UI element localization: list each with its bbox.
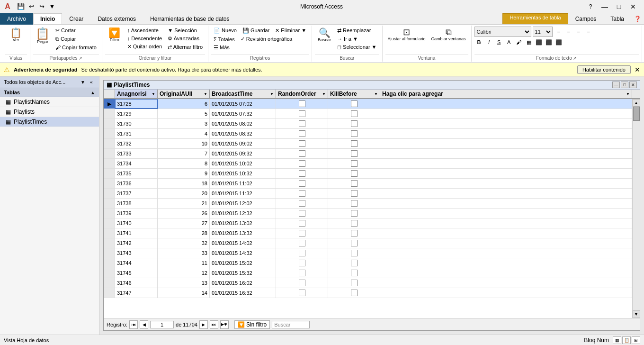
broadcasttime-cell[interactable]: 01/01/2015 15:02 [210, 258, 276, 268]
anagnorisi-cell[interactable]: 31742 [115, 238, 158, 248]
originalauii-cell[interactable]: 11 [158, 258, 210, 268]
killbefore-cell[interactable] [328, 199, 380, 208]
killbefore-checkbox[interactable] [351, 120, 358, 127]
table-row[interactable]: 31730301/01/2015 08:02 [104, 119, 632, 129]
header-add-dropdown-icon[interactable]: ▼ [626, 92, 630, 96]
cortar-btn[interactable]: ✂ Cortar [53, 27, 99, 35]
nav-filter-btn[interactable]: 🔽 Sin filtro [234, 320, 270, 329]
broadcasttime-cell[interactable]: 01/01/2015 12:32 [210, 209, 276, 218]
grid-body[interactable]: ▶31728601/01/2015 07:0231729501/01/2015 … [104, 99, 632, 318]
originalauii-cell[interactable]: 18 [158, 179, 210, 188]
killbefore-checkbox[interactable] [351, 170, 358, 177]
randomorder-cell[interactable] [276, 149, 328, 158]
randomorder-checkbox[interactable] [299, 280, 305, 286]
nav-item-playlists[interactable]: ▦ Playlists [0, 107, 99, 117]
broadcasttime-cell[interactable]: 01/01/2015 11:32 [210, 189, 276, 198]
table-row[interactable]: 317382101/01/2015 12:02 [104, 199, 632, 209]
broadcasttime-cell[interactable]: 01/01/2015 12:02 [210, 199, 276, 208]
header-killbefore[interactable]: KillBefore ▼ [328, 90, 380, 98]
ascendente-btn[interactable]: ↑ Ascendente [125, 27, 164, 34]
killbefore-checkbox[interactable] [351, 250, 358, 256]
datasheet-view-btn[interactable]: ▦ [613, 336, 621, 344]
originalauii-cell[interactable]: 26 [158, 209, 210, 218]
broadcasttime-cell[interactable]: 01/01/2015 08:32 [210, 129, 276, 138]
killbefore-checkbox[interactable] [351, 290, 358, 296]
killbefore-checkbox[interactable] [351, 220, 358, 227]
randomorder-cell[interactable] [276, 169, 328, 178]
anagnorisi-cell[interactable]: 31738 [115, 199, 158, 208]
tab-tabla[interactable]: Tabla [603, 13, 631, 24]
anagnorisi-cell[interactable]: 31728 [115, 99, 158, 109]
randomorder-cell[interactable] [276, 258, 328, 268]
anagnorisi-cell[interactable]: 31735 [115, 169, 158, 178]
randomorder-cell[interactable] [276, 209, 328, 218]
broadcasttime-cell[interactable]: 01/01/2015 07:32 [210, 109, 276, 118]
form-view-btn[interactable]: 📋 [622, 336, 631, 344]
alternar-filtro-btn[interactable]: ⇄ Alternar filtro [165, 43, 205, 51]
undo-quick-btn[interactable]: ↩ [27, 2, 36, 11]
killbefore-cell[interactable] [328, 119, 380, 128]
anagnorisi-cell[interactable]: 31740 [115, 218, 158, 228]
table-row[interactable]: 317461301/01/2015 16:02 [104, 278, 632, 288]
font-family-select[interactable]: Calibri [474, 27, 531, 37]
killbefore-checkbox[interactable] [351, 240, 358, 246]
killbefore-checkbox[interactable] [351, 150, 358, 157]
table-row[interactable]: 317402701/01/2015 13:02 [104, 218, 632, 228]
randomorder-checkbox[interactable] [299, 250, 305, 256]
table-row[interactable]: 317433301/01/2015 14:32 [104, 248, 632, 258]
killbefore-cell[interactable] [328, 268, 380, 278]
scroll-thumb[interactable] [633, 107, 640, 121]
nav-current-input[interactable] [150, 321, 174, 328]
killbefore-checkbox[interactable] [351, 130, 358, 137]
table-row[interactable]: 317361801/01/2015 11:02 [104, 179, 632, 189]
pegar-btn[interactable]: 📋 Pegar [33, 27, 52, 46]
killbefore-checkbox[interactable] [351, 190, 358, 197]
killbefore-cell[interactable] [328, 149, 380, 158]
anagnorisi-cell[interactable]: 31734 [115, 159, 158, 168]
customize-quick-btn[interactable]: ▼ [47, 2, 57, 11]
randomorder-checkbox[interactable] [299, 170, 305, 177]
originalauii-cell[interactable]: 3 [158, 119, 210, 128]
italic-btn[interactable]: I [484, 38, 494, 46]
randomorder-checkbox[interactable] [299, 180, 305, 187]
killbefore-cell[interactable] [328, 248, 380, 258]
randomorder-checkbox[interactable] [299, 210, 305, 217]
randomorder-cell[interactable] [276, 119, 328, 128]
killbefore-checkbox[interactable] [351, 100, 358, 107]
align-center-btn[interactable]: ⬛ [544, 38, 554, 46]
list-btn4[interactable]: ≡ [584, 27, 593, 36]
randomorder-checkbox[interactable] [299, 130, 305, 137]
randomorder-cell[interactable] [276, 189, 328, 198]
randomorder-checkbox[interactable] [299, 100, 305, 107]
originalauii-cell[interactable]: 13 [158, 278, 210, 288]
header-randomorder[interactable]: RandomOrder ▼ [276, 90, 328, 98]
killbefore-cell[interactable] [328, 258, 380, 268]
anagnorisi-cell[interactable]: 31747 [115, 288, 158, 298]
revision-btn[interactable]: ✓ Revisión ortográfica [238, 35, 295, 43]
randomorder-checkbox[interactable] [299, 140, 305, 147]
mas-btn[interactable]: ☰ Más [211, 44, 232, 52]
randomorder-checkbox[interactable] [299, 190, 305, 197]
table-row[interactable]: 317441101/01/2015 15:02 [104, 258, 632, 268]
broadcasttime-cell[interactable]: 01/01/2015 09:02 [210, 139, 276, 148]
highlight-btn[interactable]: 🖌 [514, 38, 524, 46]
anagnorisi-cell[interactable]: 31736 [115, 179, 158, 188]
table-row[interactable]: 31731401/01/2015 08:32 [104, 129, 632, 139]
table-row[interactable]: 317321001/01/2015 09:02 [104, 139, 632, 149]
killbefore-cell[interactable] [328, 139, 380, 148]
killbefore-checkbox[interactable] [351, 210, 358, 217]
table-minimize-btn[interactable]: — [612, 82, 620, 88]
nav-section-collapse-icon[interactable]: ▲ [90, 90, 95, 95]
broadcasttime-cell[interactable]: 01/01/2015 16:02 [210, 278, 276, 288]
align-right-btn[interactable]: ⬛ [554, 38, 564, 46]
killbefore-checkbox[interactable] [351, 180, 358, 187]
nav-search-input[interactable] [272, 321, 310, 328]
originalauii-cell[interactable]: 28 [158, 228, 210, 238]
guardar-btn[interactable]: 💾 Guardar [240, 27, 272, 35]
table-row[interactable]: 31735901/01/2015 10:32 [104, 169, 632, 179]
randomorder-checkbox[interactable] [299, 120, 305, 127]
originalauii-cell[interactable]: 8 [158, 159, 210, 168]
save-quick-btn[interactable]: 💾 [16, 2, 26, 11]
avanzadas-btn[interactable]: ⚙ Avanzadas [165, 35, 205, 43]
killbefore-checkbox[interactable] [351, 200, 358, 207]
